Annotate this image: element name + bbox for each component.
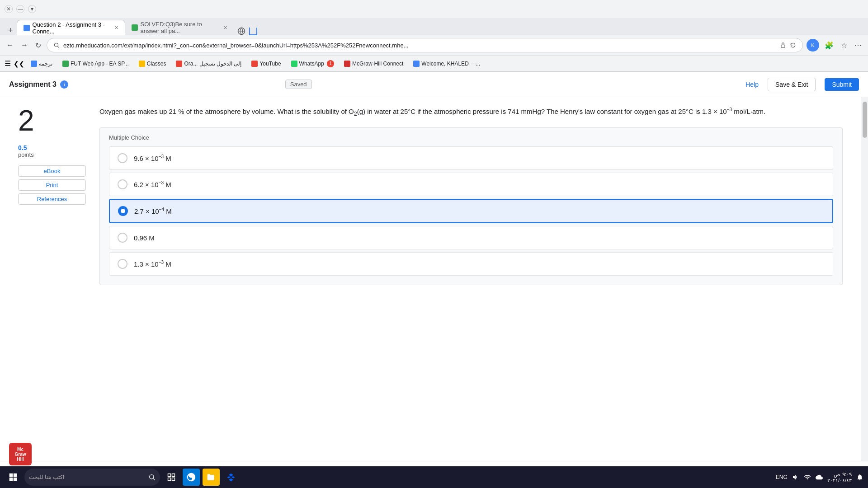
whatsapp-badge: 1	[327, 60, 334, 67]
points-label: points	[18, 151, 86, 158]
bookmark-classes[interactable]: Classes	[135, 60, 170, 68]
submit-button[interactable]: Submit	[825, 78, 859, 91]
print-link[interactable]: Print	[18, 179, 86, 191]
mcgraw-hill-logo: Mc Graw Hill	[9, 443, 32, 465]
address-bar[interactable]: ezto.mheducation.com/ext/map/index.html?…	[47, 38, 803, 52]
tab-favicon-2	[132, 24, 138, 31]
new-tab-button[interactable]: +	[5, 26, 17, 35]
tab-solved[interactable]: SOLVED:Q3)Be sure to answer all pa... ✕	[125, 20, 234, 35]
save-exit-button[interactable]: Save & Exit	[768, 78, 816, 91]
taskbar-search-text: اكتب هنا للبحث	[29, 474, 148, 480]
svg-point-1	[54, 43, 58, 47]
app-header: Assignment 3 i Saved Help Save & Exit Su…	[0, 72, 868, 97]
scrollbar[interactable]	[861, 97, 868, 461]
window-close-button[interactable]: ✕	[5, 5, 13, 13]
svg-rect-13	[172, 478, 175, 481]
bookmark-welcome[interactable]: Welcome, KHALED —...	[410, 60, 484, 68]
svg-rect-6	[9, 478, 13, 481]
tab-assignment[interactable]: Question 2 - Assignment 3 - Conne... ✕	[17, 20, 125, 35]
references-link[interactable]: References	[18, 193, 86, 205]
bookmark-icon-fut	[62, 61, 69, 67]
bookmark-icon-translate	[31, 61, 37, 67]
search-taskbar-button[interactable]: اكتب هنا للبحث	[24, 469, 160, 486]
question-number: 2	[18, 106, 86, 135]
folder-icon	[207, 473, 216, 482]
option-5-text: 1.3 × 10−3 M	[134, 260, 171, 268]
svg-rect-5	[14, 474, 17, 477]
svg-line-9	[153, 479, 155, 480]
date-text: ٢٠٢١/٠٤/٤٣	[827, 478, 852, 483]
window-dropdown-button[interactable]: ▾	[28, 5, 36, 13]
bookmark-icon-mcgraw	[344, 61, 350, 67]
taskbar-right-area: ENG ٩:٠٩ ص ٢٠٢١/٠٤/٤٣	[776, 471, 863, 483]
nav-reload-button[interactable]: ↻	[33, 39, 43, 52]
notification-icon[interactable]	[856, 474, 863, 481]
cloud-icon[interactable]	[816, 474, 823, 481]
help-link[interactable]: Help	[745, 81, 759, 88]
bookmark-label-welcome: Welcome, KHALED —...	[421, 61, 480, 67]
bookmark-label-youtube: YouTube	[259, 61, 281, 67]
bookmark-fut[interactable]: FUT Web App - EA SP...	[59, 60, 132, 68]
svg-point-8	[150, 475, 154, 479]
bookmarks-toggle-icon[interactable]: ❮❮	[14, 60, 24, 67]
tab-label: Question 2 - Assignment 3 - Conne...	[33, 21, 112, 35]
task-view-button[interactable]	[163, 469, 180, 486]
bookmark-youtube[interactable]: YouTube	[248, 60, 284, 68]
svg-rect-4	[9, 474, 13, 477]
time-display: ٩:٠٩ ص ٢٠٢١/٠٤/٤٣	[827, 471, 852, 483]
nav-back-button[interactable]: ←	[5, 39, 15, 51]
bookmark-label-classes: Classes	[147, 61, 166, 67]
ebook-link[interactable]: eBook	[18, 165, 86, 177]
saved-badge: Saved	[285, 80, 312, 89]
extensions-button[interactable]: 🧩	[823, 39, 835, 52]
menu-button[interactable]: ⋯	[853, 39, 863, 52]
windows-start-button[interactable]	[5, 469, 22, 486]
dropbox-app-icon	[226, 473, 236, 482]
option-4-text: 0.96 M	[134, 234, 155, 242]
bookmark-whatsapp[interactable]: WhatsApp 1	[288, 59, 338, 68]
file-explorer-icon[interactable]	[203, 469, 220, 486]
radio-inner-3	[121, 209, 125, 213]
favorites-button[interactable]: ☆	[839, 39, 849, 52]
dropbox-icon[interactable]	[222, 469, 240, 486]
profile-avatar[interactable]: K	[807, 39, 819, 52]
radio-2	[118, 179, 127, 189]
option-4[interactable]: 0.96 M	[109, 226, 833, 249]
info-icon[interactable]: i	[60, 80, 68, 89]
tab-close-button-2[interactable]: ✕	[223, 25, 227, 31]
bookmark-mcgraw[interactable]: McGraw-Hill Connect	[340, 60, 407, 68]
mc-label: Multiple Choice	[109, 134, 833, 141]
option-2[interactable]: 6.2 × 10−3 M	[109, 173, 833, 196]
bookmark-icon-ora	[176, 61, 182, 67]
svg-rect-10	[168, 474, 171, 477]
bookmark-label-whatsapp: WhatsApp	[299, 61, 324, 67]
radio-5	[118, 259, 127, 269]
radio-4	[118, 233, 127, 243]
option-1[interactable]: 9.6 × 10−3 M	[109, 146, 833, 170]
radio-1	[118, 153, 127, 163]
option-2-text: 6.2 × 10−3 M	[134, 180, 171, 188]
translate-icon	[237, 27, 245, 35]
nav-forward-button[interactable]: →	[19, 39, 30, 51]
bookmarks-menu-icon[interactable]: ☰	[5, 59, 11, 68]
tab-label-2: SOLVED:Q3)Be sure to answer all pa...	[141, 21, 221, 34]
option-3[interactable]: 2.7 × 10−4 M	[109, 199, 833, 223]
scrollbar-thumb[interactable]	[863, 102, 867, 138]
option-5[interactable]: 1.3 × 10−3 M	[109, 252, 833, 276]
tab-close-button[interactable]: ✕	[114, 25, 118, 31]
bookmark-label-ora: Ora... إلى الدخول تسجيل	[184, 61, 241, 67]
bookmark-label-fut: FUT Web App - EA SP...	[71, 61, 129, 67]
bookmark-ora[interactable]: Ora... إلى الدخول تسجيل	[172, 60, 245, 68]
assignment-title: Assignment 3	[9, 80, 57, 89]
bookmark-translate[interactable]: ترجمة	[27, 60, 56, 68]
window-minimize-button[interactable]: —	[16, 5, 24, 13]
network-icon[interactable]	[804, 474, 811, 481]
address-text: ezto.mheducation.com/ext/map/index.html?…	[63, 42, 776, 49]
volume-icon[interactable]	[792, 474, 799, 481]
bookmark-icon-youtube	[251, 61, 258, 67]
edge-browser-icon[interactable]	[183, 469, 200, 486]
bookmark-icon-whatsapp	[291, 61, 297, 67]
tab-favicon	[24, 25, 30, 31]
question-text: Oxygen gas makes up 21 % of the atmosphe…	[99, 106, 843, 118]
time-text: ٩:٠٩ ص	[827, 471, 852, 478]
